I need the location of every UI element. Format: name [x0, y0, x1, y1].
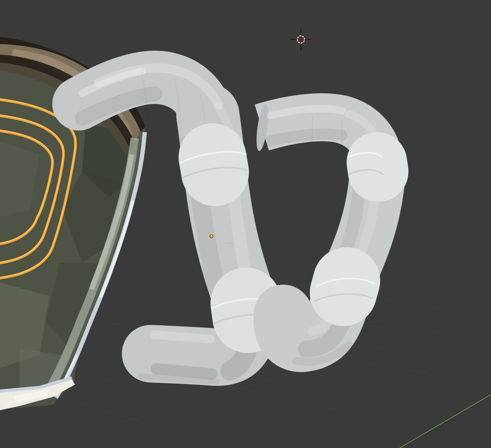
object-origin-dot: [210, 235, 213, 238]
blender-3d-viewport[interactable]: [0, 0, 491, 448]
pipe-small-collar-lower[interactable]: [343, 281, 347, 293]
pipe-large-collar-upper[interactable]: [212, 157, 215, 172]
